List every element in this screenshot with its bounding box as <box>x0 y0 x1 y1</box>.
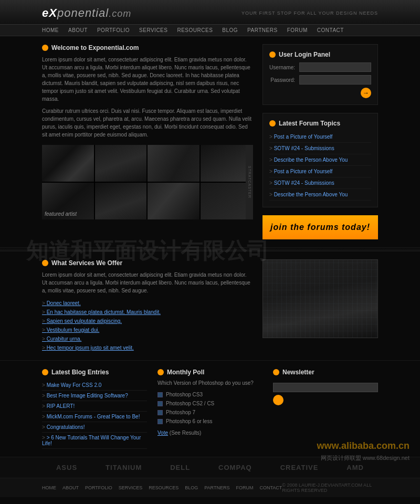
nav-item-resources[interactable]: RESOURCES <box>177 27 213 33</box>
services-left: What Services We Offer Lorem ipsum dolor… <box>42 259 252 352</box>
blog-item[interactable]: Congratulations! <box>42 422 147 433</box>
poll-option-label: Photoshop CS3 <box>166 392 203 397</box>
join-forums-button[interactable]: join the forums today! <box>262 215 378 239</box>
vote-link[interactable]: Vote <box>158 430 168 436</box>
services-section: What Services We Offer Lorem ipsum dolor… <box>0 251 420 360</box>
welcome-body1: Lorem ipsum dolor sit amet, consectetuer… <box>42 56 252 103</box>
poll-option[interactable]: Photoshop CS2 / CS <box>158 399 262 408</box>
blog-item[interactable]: RIP ALERT! <box>42 401 147 412</box>
forum-item[interactable]: Describe the Person Above You <box>269 189 371 201</box>
username-row: Username: <box>269 62 371 72</box>
poll-checkbox <box>158 410 163 415</box>
poll-option-label: Photoshop 6 or less <box>166 418 212 424</box>
service-link[interactable]: Sapien sed vulputate adipiscing. <box>42 317 252 326</box>
username-label: Username: <box>269 65 295 70</box>
site-logo: eXponential.com <box>42 6 131 20</box>
right-column: User Login Panel Username: Password: → L… <box>262 44 378 239</box>
forum-item[interactable]: SOTW #24 - Submissions <box>269 143 371 154</box>
orange-dot-services <box>42 260 48 266</box>
service-links: Donec laoreet.En hac habitasse platea di… <box>42 299 252 352</box>
login-submit-button[interactable]: → <box>361 88 371 98</box>
poll-option[interactable]: Photoshop 7 <box>158 408 262 417</box>
image-cell-8 <box>201 183 253 219</box>
footer-nav-item-partners[interactable]: PARTNERS <box>204 485 229 490</box>
welcome-section: Welcome to Exponential.com Lorem ipsum d… <box>42 44 252 139</box>
poll-question: Which Version of Photoshop do you use? <box>158 380 262 386</box>
nav-item-forum[interactable]: FORUM <box>287 27 308 33</box>
poll-column: Monthly Poll Which Version of Photoshop … <box>158 369 262 449</box>
sponsor-logo-creative: CREATIVE <box>280 464 319 471</box>
footer-nav-item-resources[interactable]: RESOURCES <box>149 485 178 490</box>
blog-item[interactable]: Best Free Image Editing Software? <box>42 391 147 401</box>
footer-nav-item-about[interactable]: ABOUT <box>62 485 79 490</box>
poll-vote: Vote (See Results) <box>158 430 262 436</box>
username-input[interactable] <box>299 62 371 72</box>
footer-nav-item-blog[interactable]: BLOG <box>185 485 198 490</box>
poll-checkbox <box>158 419 163 424</box>
featured-label: featured artist <box>45 211 77 217</box>
forum-title: Latest Forum Topics <box>269 120 371 127</box>
sponsor-logo-amd: AMD <box>346 464 364 471</box>
bottom-section: Latest Blog Entries Make Way For CSS 2.0… <box>0 360 420 457</box>
nav-item-portfolio[interactable]: PORTFOLIO <box>97 27 130 33</box>
footer-nav-item-home[interactable]: HOME <box>42 485 56 490</box>
nav-item-partners[interactable]: PARTNERS <box>247 27 278 33</box>
orange-dot-blog <box>42 369 48 375</box>
footer-nav-item-portfolio[interactable]: PORTFOLIO <box>85 485 112 490</box>
nav-item-blog[interactable]: BLOG <box>222 27 238 33</box>
welcome-body2: Curabitur rutrum ultrices orci. Duis val… <box>42 107 252 139</box>
poll-option-label: Photoshop 7 <box>166 410 195 415</box>
dark-separator <box>0 247 420 251</box>
footer-nav-item-contact[interactable]: CONTACT <box>259 485 282 490</box>
services-title: What Services We Offer <box>42 259 252 267</box>
newsletter-input[interactable] <box>273 383 378 392</box>
password-label: Password: <box>269 77 295 83</box>
nav-item-about[interactable]: ABOUT <box>68 27 88 33</box>
forum-item[interactable]: Post a Picture of Yourself <box>269 166 371 177</box>
blog-item[interactable]: > 6 New Tutorials That Will Change Your … <box>42 433 147 449</box>
footer-nav-item-forum[interactable]: FORUM <box>236 485 253 490</box>
poll-option[interactable]: Photoshop 6 or less <box>158 417 262 426</box>
services-right <box>262 259 378 352</box>
login-heading: User Login Panel <box>279 51 330 58</box>
forum-item[interactable]: Post a Picture of Yourself <box>269 131 371 143</box>
footer-nav-links: HOMEABOUTPORTFOLIOSERVICESRESOURCESBLOGP… <box>42 485 282 490</box>
image-cell-3 <box>148 145 200 182</box>
poll-checkbox <box>158 392 163 397</box>
orange-dot-welcome <box>42 45 48 51</box>
orange-dot-login <box>269 51 276 58</box>
poll-option[interactable]: Photoshop CS3 <box>158 390 262 399</box>
blog-item[interactable]: Make Way For CSS 2.0 <box>42 380 147 391</box>
newsletter-title: Newsletter <box>273 369 378 376</box>
nav-item-contact[interactable]: CONTACT <box>317 27 344 33</box>
nav-item-services[interactable]: SERVICES <box>139 27 167 33</box>
footer-nav-item-services[interactable]: SERVICES <box>119 485 142 490</box>
newsletter-submit-button[interactable] <box>273 395 284 405</box>
image-cell-6 <box>95 183 147 219</box>
blog-item[interactable]: MickM.com Forums - Great Place to Be! <box>42 412 147 422</box>
service-link[interactable]: Donec laoreet. <box>42 299 252 308</box>
site-tagline: YOUR FIRST STOP FOR ALL YOUR DESIGN NEED… <box>242 10 378 16</box>
forum-item[interactable]: Describe the Person Above You <box>269 154 371 166</box>
blog-column: Latest Blog Entries Make Way For CSS 2.0… <box>42 369 147 449</box>
image-cell-4 <box>201 145 253 182</box>
sponsor-logo-dell: DELL <box>170 464 190 471</box>
nav-item-home[interactable]: HOME <box>42 27 59 33</box>
building-image <box>263 260 377 338</box>
see-results[interactable]: (See Results) <box>170 430 202 436</box>
service-link[interactable]: Hec tempor ipsum justo sit amet velit. <box>42 343 252 352</box>
service-link[interactable]: En hac habitasse platea dictumst. Mauris… <box>42 308 252 317</box>
password-input[interactable] <box>299 75 371 85</box>
featured-artist-section: featured artist STRATCASTER <box>42 145 252 219</box>
sponsor-logo-titanium: TITANIUM <box>106 464 142 471</box>
orange-dot-newsletter <box>273 369 279 375</box>
forum-item[interactable]: SOTW #24 - Submissions <box>269 177 371 189</box>
blog-heading: Latest Blog Entries <box>51 369 109 376</box>
services-heading: What Services We Offer <box>51 259 122 267</box>
logo-dotcom: .com <box>109 8 131 19</box>
poll-option-label: Photoshop CS2 / CS <box>166 401 214 406</box>
service-link[interactable]: Curabitur urna. <box>42 334 252 343</box>
service-link[interactable]: Vestibulum feugiat dui. <box>42 326 252 334</box>
logo-ex: eX <box>42 6 57 19</box>
poll-checkbox <box>158 401 163 406</box>
